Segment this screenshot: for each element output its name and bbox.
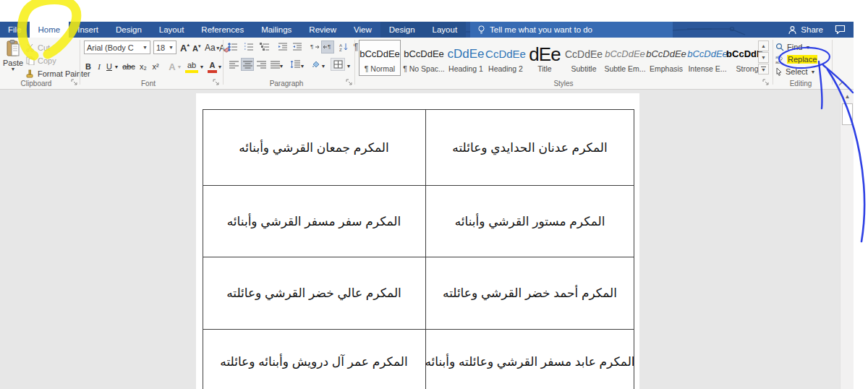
strikethrough-button[interactable]: abc <box>121 60 137 73</box>
styles-scroll-down-button[interactable]: ▼ <box>758 52 769 63</box>
style-normal[interactable]: bCcDdEe ¶ Normal <box>359 40 401 76</box>
borders-button[interactable] <box>331 58 345 71</box>
paste-button[interactable]: Paste ▼ <box>2 40 24 77</box>
format-painter-button[interactable]: Format Painter <box>26 67 90 80</box>
select-button[interactable]: Select ▼ <box>775 66 816 77</box>
tab-design[interactable]: Design <box>107 22 150 38</box>
font-color-button[interactable]: A <box>208 60 217 73</box>
tab-file[interactable]: File <box>0 22 30 38</box>
table-cell[interactable]: المكرم عابد مسفر القرشي وعائلته وأبنائه <box>425 330 634 389</box>
table-cell[interactable]: المكرم جمعان القرشي وأبنائه <box>203 110 425 186</box>
cut-button[interactable]: Cut <box>26 41 50 54</box>
shading-dropdown[interactable]: ▼ <box>320 59 326 72</box>
shrink-font-button[interactable]: A▾ <box>192 42 200 55</box>
paragraph-dialog-launcher[interactable] <box>346 79 354 87</box>
line-spacing-dropdown[interactable]: ▼ <box>299 59 305 72</box>
style-title[interactable]: dEe Title <box>527 40 563 76</box>
copy-button[interactable]: Copy <box>26 54 56 67</box>
font-dialog-launcher[interactable] <box>213 79 221 87</box>
tab-tabletools-design[interactable]: Design <box>380 22 424 38</box>
clipboard-dialog-launcher[interactable] <box>71 79 79 87</box>
scroll-up-arrow[interactable]: ▲ <box>842 91 853 102</box>
bold-button[interactable]: B <box>83 60 93 73</box>
document-page[interactable]: المكرم عدنان الحدايدي وعائلته المكرم جمع… <box>196 93 639 389</box>
names-table: المكرم عدنان الحدايدي وعائلته المكرم جمع… <box>203 109 634 389</box>
tell-me-box[interactable]: Tell me what you want to do <box>470 22 673 38</box>
borders-dropdown[interactable]: ▼ <box>346 59 352 72</box>
table-cell[interactable]: المكرم سفر مسفر القرشي وأبنائه <box>203 186 425 257</box>
sort-az-icon: AZ <box>339 43 349 51</box>
tab-view[interactable]: View <box>345 22 380 38</box>
table-cell[interactable]: المكرم عدنان الحدايدي وعائلته <box>425 110 634 186</box>
decrease-indent-button[interactable] <box>276 40 289 54</box>
comments-icon[interactable] <box>835 25 846 34</box>
copy-label: Copy <box>38 56 56 65</box>
scrollbar-thumb[interactable] <box>842 103 853 125</box>
text-highlight-dropdown[interactable]: ▼ <box>199 60 205 73</box>
text-effects-dropdown[interactable]: ▼ <box>176 60 182 73</box>
align-left-button[interactable] <box>227 58 240 71</box>
tab-home[interactable]: Home <box>30 22 69 38</box>
style-intense-emphasis[interactable]: bCcDdEe Intense E... <box>687 40 728 76</box>
style-no-spacing[interactable]: bCcDdEe ¶ No Spac... <box>403 40 445 76</box>
font-size-combobox[interactable]: 18 ▼ <box>153 40 176 54</box>
font-group-label: Font <box>81 80 216 87</box>
document-canvas[interactable]: المكرم عدنان الحدايدي وعائلته المكرم جمع… <box>0 90 840 389</box>
styles-gallery-more-button[interactable]: ▼ <box>758 64 769 74</box>
bullets-button[interactable] <box>226 40 239 54</box>
tab-references[interactable]: References <box>192 22 252 38</box>
styles-scroll-up-button[interactable]: ▲ <box>758 40 769 51</box>
change-case-button[interactable]: Aa▼ <box>205 41 221 54</box>
svg-text:ab: ab <box>775 55 780 59</box>
style-heading2[interactable]: CcDdEe Heading 2 <box>487 40 524 76</box>
rtl-text-direction-button[interactable]: ¶ <box>321 40 334 54</box>
increase-indent-icon <box>292 43 302 51</box>
tab-tabletools-layout[interactable]: Layout <box>424 22 467 38</box>
share-button[interactable]: Share <box>788 22 823 38</box>
find-button[interactable]: Find ▼ <box>775 41 810 53</box>
tab-layout[interactable]: Layout <box>150 22 193 38</box>
collapse-ribbon-button[interactable] <box>838 80 849 88</box>
text-highlight-color-button[interactable]: ab <box>185 60 198 73</box>
superscript-button[interactable]: x² <box>150 60 161 73</box>
clipboard-icon <box>6 40 20 57</box>
underline-dropdown[interactable]: ▼ <box>114 60 119 73</box>
multilevel-list-icon <box>260 43 270 51</box>
justify-dropdown[interactable]: ▼ <box>278 59 284 72</box>
font-color-dropdown[interactable]: ▼ <box>217 60 223 73</box>
numbering-button[interactable] <box>242 40 255 54</box>
ribbon-home: Paste ▼ Cut Copy Format Pain <box>0 38 856 90</box>
tab-mailings[interactable]: Mailings <box>252 22 300 38</box>
styles-dialog-launcher[interactable] <box>762 79 770 87</box>
tab-review[interactable]: Review <box>300 22 345 38</box>
style-heading1[interactable]: cDdEe Heading 1 <box>447 40 485 76</box>
table-cell[interactable]: المكرم أحمد خضر القرشي وعائلته <box>425 257 634 330</box>
tab-insert[interactable]: Insert <box>69 22 107 38</box>
italic-button[interactable]: I <box>95 60 103 73</box>
increase-indent-button[interactable] <box>291 40 304 54</box>
replace-button[interactable]: abac Replace <box>775 54 817 65</box>
style-subtitle[interactable]: CcDdEe Subtitle <box>565 40 603 76</box>
align-center-button[interactable] <box>241 58 254 71</box>
multilevel-list-button[interactable] <box>258 40 271 54</box>
subscript-button[interactable]: x₂ <box>137 60 149 73</box>
grow-font-button[interactable]: A▴ <box>180 41 190 54</box>
ltr-text-direction-button[interactable]: ¶ <box>308 40 321 54</box>
table-cell[interactable]: المكرم عمر آل درويش وأبنائه وعائلته <box>203 330 425 389</box>
ltr-direction-icon: ¶ <box>310 43 320 51</box>
table-cell[interactable]: المكرم مستور القرشي وأبنائه <box>425 186 634 257</box>
text-effects-button[interactable]: A <box>167 60 177 73</box>
style-name: Heading 2 <box>488 64 523 73</box>
style-emphasis[interactable]: bCcDdEe Emphasis <box>647 40 685 76</box>
bullet-list-icon <box>228 43 238 51</box>
style-subtle-emphasis[interactable]: bCcDdEe Subtle Em... <box>605 40 645 76</box>
align-right-button[interactable] <box>255 58 268 71</box>
sort-button[interactable]: AZ <box>337 40 350 54</box>
word-window: File Home Insert Design Layout Reference… <box>0 0 868 389</box>
svg-text:¶: ¶ <box>310 43 313 50</box>
font-family-combobox[interactable]: Arial (Body C ▼ <box>84 40 150 54</box>
underline-button[interactable]: U <box>105 60 114 73</box>
format-painter-brush-icon <box>26 69 35 78</box>
vertical-scrollbar[interactable]: ▲ <box>840 90 854 389</box>
table-cell[interactable]: المكرم عالي خضر القرشي وعائلته <box>203 257 425 330</box>
